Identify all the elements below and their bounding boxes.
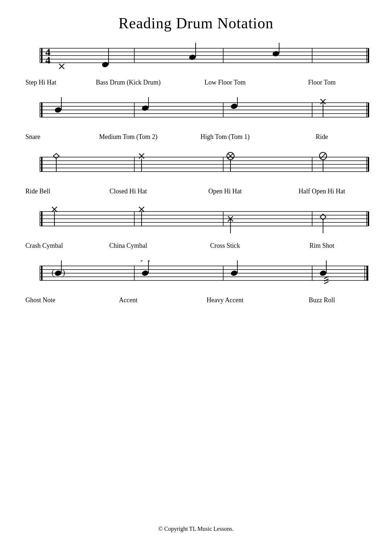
label-cross-stick: Cross Stick	[177, 242, 274, 250]
svg-text:): )	[62, 268, 65, 277]
label-half-open-hi-hat: Half Open Hi Hat	[273, 188, 370, 195]
label-closed-hi-hat: Closed Hi Hat	[80, 188, 177, 195]
svg-point-108	[141, 270, 149, 276]
staff-svg-3	[22, 152, 370, 184]
label-ghost-note: Ghost Note	[22, 296, 80, 304]
label-bass-drum: Bass Drum (Kick Drum)	[80, 79, 177, 86]
label-buzz-roll: Buzz Roll	[273, 296, 370, 304]
label-heavy-accent: Heavy Accent	[177, 296, 274, 304]
label-low-floor-tom: Low Floor Tom	[177, 79, 274, 86]
svg-line-116	[324, 282, 328, 284]
label-accent: Accent	[80, 296, 177, 304]
staff-svg-4	[22, 206, 370, 239]
svg-point-112	[319, 270, 327, 276]
label-floor-tom: Floor Tom	[273, 79, 370, 86]
svg-point-34	[54, 107, 62, 113]
label-ride: Ride	[273, 133, 370, 141]
page-title: Reading Drum Notation	[0, 0, 392, 43]
label-crash-cymbal: Crash Cymbal	[22, 242, 80, 250]
label-ride-bell: Ride Bell	[22, 188, 80, 195]
music-content: 4 4 Step Hi	[0, 43, 392, 311]
svg-line-115	[324, 279, 328, 281]
label-snare: Snare	[22, 133, 80, 141]
label-medium-tom: Medium Tom (Tom 2)	[80, 133, 177, 141]
staff-section-1: 4 4 Step Hi	[22, 43, 370, 94]
svg-point-16	[101, 61, 109, 68]
label-row-4: Crash Cymbal China Cymbal Cross Stick Ri…	[22, 240, 370, 257]
staff-section-3: Ride Bell Closed Hi Hat Open Hi Hat Half…	[22, 152, 370, 202]
label-row-5: Ghost Note Accent Heavy Accent Buzz Roll	[22, 295, 370, 311]
label-rim-shot: Rim Shot	[273, 242, 370, 250]
staff-svg-2	[22, 97, 370, 130]
svg-point-18	[188, 54, 196, 61]
svg-line-65	[320, 153, 326, 159]
svg-text:4: 4	[45, 54, 50, 66]
svg-point-110	[230, 270, 238, 276]
svg-point-38	[230, 103, 238, 110]
svg-point-36	[141, 105, 149, 111]
copyright: © Copyright TL Music Lessons.	[0, 526, 392, 532]
label-step-hi-hat: Step Hi Hat	[22, 79, 80, 86]
label-row-2: Snare Medium Tom (Tom 2) High Tom (Tom 1…	[22, 131, 370, 148]
label-china-cymbal: China Cymbal	[80, 242, 177, 250]
staff-svg-5: ( )	[22, 260, 370, 293]
label-row-1: Step Hi Hat Bass Drum (Kick Drum) Low Fl…	[22, 77, 370, 94]
svg-marker-55	[53, 153, 59, 159]
staff-section-2: Snare Medium Tom (Tom 2) High Tom (Tom 1…	[22, 97, 370, 148]
staff-section-4: Crash Cymbal China Cymbal Cross Stick Ri…	[22, 206, 370, 257]
label-row-3: Ride Bell Closed Hi Hat Open Hi Hat Half…	[22, 186, 370, 202]
svg-text:(: (	[52, 268, 54, 277]
label-high-tom: High Tom (Tom 1)	[177, 133, 274, 141]
staff-section-5: ( ) Ghost Note Accent Heavy Accent Bu	[22, 260, 370, 311]
svg-point-20	[272, 50, 279, 57]
svg-point-104	[54, 270, 62, 276]
staff-svg-1: 4 4	[22, 43, 370, 75]
label-open-hi-hat: Open Hi Hat	[177, 188, 274, 195]
